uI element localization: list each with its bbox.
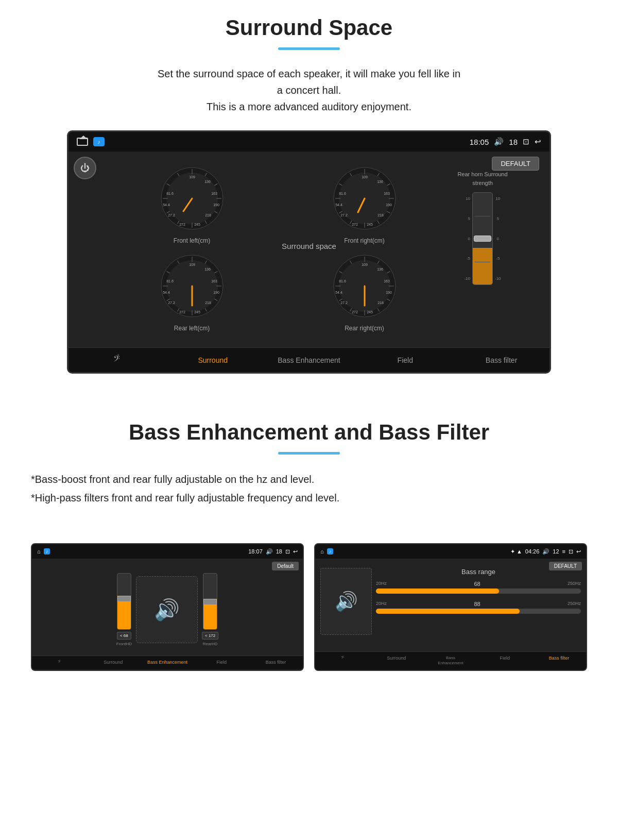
small-status-bar-1: ⌂ ♪ 18:07 🔊 18 ⊡ ↩	[32, 544, 303, 559]
svg-text:27.2: 27.2	[340, 301, 348, 305]
small-tab-eq-2[interactable]: 𝄣	[315, 652, 369, 670]
section2-title: Bass Enhancement and Bass Filter	[31, 420, 587, 445]
svg-text:136: 136	[377, 267, 383, 271]
small-app-main-1: Default < 68 FrontHD 🔊	[32, 559, 303, 656]
svg-text:245: 245	[367, 310, 373, 314]
small-tab-surround-2[interactable]: Surround	[369, 652, 423, 670]
section2: Bass Enhancement and Bass Filter *Bass-b…	[0, 394, 618, 543]
knob-front-left-label: Front left(cm)	[174, 237, 210, 244]
svg-text:190: 190	[213, 203, 219, 207]
rear-fader-value: < 172	[202, 632, 218, 640]
svg-text:109: 109	[189, 175, 195, 179]
svg-text:163: 163	[384, 279, 390, 283]
small-tab-bass-enh-2[interactable]: BassEnhancement	[423, 652, 477, 670]
small-status-bar-2: ⌂ ♪ ✦ ▲ 04:26 🔊 12 ≡ ⊡ ↩	[315, 544, 586, 559]
svg-text:54.4: 54.4	[163, 291, 170, 294]
section1-underline	[278, 47, 340, 50]
front-fader[interactable]	[117, 573, 131, 630]
volume-icon: 🔊	[494, 137, 504, 146]
signal-num: 18	[509, 138, 518, 146]
knob-rear-left[interactable]: 109 136 163 190 218 245 272 27.2 54.4 81…	[110, 253, 274, 332]
bass-slider-2[interactable]	[376, 609, 581, 614]
status-bar-1: ♪ 18:05 🔊 18 ⊡ ↩	[68, 132, 550, 152]
speaker-robot-1: 🔊	[136, 576, 198, 643]
rear-fader[interactable]	[203, 573, 217, 630]
svg-text:136: 136	[204, 267, 211, 271]
svg-text:54.4: 54.4	[335, 291, 342, 294]
small-default-btn-1[interactable]: Default	[272, 562, 299, 570]
svg-text:81.6: 81.6	[339, 279, 346, 283]
svg-text:245: 245	[194, 223, 200, 226]
svg-text:81.6: 81.6	[166, 192, 174, 195]
window-icon: ⊡	[523, 137, 529, 146]
svg-text:218: 218	[377, 213, 384, 217]
tab-field[interactable]: Field	[357, 350, 453, 371]
small-tab-field-1[interactable]: Field	[195, 656, 249, 669]
tab-eq[interactable]: 𝄣	[68, 348, 165, 372]
svg-text:190: 190	[386, 291, 392, 294]
svg-text:218: 218	[205, 213, 211, 217]
status-right: 18:05 🔊 18 ⊡ ↩	[470, 137, 541, 146]
small-nav-tabs-1: 𝄣 Surround Bass Enhancement Field Bass f…	[32, 656, 303, 669]
tab-surround[interactable]: Surround	[165, 350, 261, 371]
knob-front-right[interactable]: 109 136 163 190 218 245 272 27.2 54.4 81…	[282, 165, 447, 244]
knob-rear-right-label: Rear right(cm)	[345, 325, 384, 332]
front-fader-value: < 68	[117, 632, 131, 640]
svg-text:272: 272	[179, 223, 185, 226]
front-fader-label: FrontHD	[116, 642, 132, 646]
svg-text:109: 109	[189, 263, 195, 266]
rear-horn-label: Rear horn Surround strength	[457, 170, 508, 187]
svg-text:163: 163	[384, 192, 390, 195]
svg-text:136: 136	[204, 180, 211, 183]
small-default-btn-2[interactable]: DEFAULT	[549, 562, 582, 570]
music-icon: ♪	[93, 137, 105, 146]
svg-text:54.4: 54.4	[163, 203, 170, 207]
section2-underline	[278, 452, 340, 455]
knob-front-right-label: Front right(cm)	[344, 237, 385, 244]
home-icon	[77, 138, 88, 146]
section1-title: Surround Space	[41, 15, 577, 40]
svg-text:218: 218	[377, 301, 384, 305]
bass-slider-1[interactable]	[376, 589, 581, 594]
knob-rear-right[interactable]: 109 136 163 190 218 245 272 27.2 54.4 81…	[282, 253, 447, 332]
small-nav-tabs-2: 𝄣 Surround BassEnhancement Field Bass fi…	[315, 651, 586, 670]
tab-bass-enhancement[interactable]: Bass Enhancement	[261, 350, 357, 371]
svg-text:190: 190	[386, 203, 392, 207]
svg-text:27.2: 27.2	[340, 213, 348, 217]
svg-text:245: 245	[367, 223, 373, 226]
svg-text:272: 272	[179, 310, 185, 314]
small-tab-field-2[interactable]: Field	[478, 652, 532, 670]
svg-text:163: 163	[211, 192, 217, 195]
bass-range-controls: Bass range 20Hz 68 250Hz	[376, 568, 581, 635]
knob-front-left[interactable]: 109 136 163 190 218 245 272 27.2 54.4 81…	[110, 165, 274, 244]
small-tab-bass-enh-1[interactable]: Bass Enhancement	[140, 656, 194, 669]
svg-text:272: 272	[352, 310, 358, 314]
tab-bass-filter[interactable]: Bass filter	[453, 350, 550, 371]
svg-text:81.6: 81.6	[339, 192, 346, 195]
small-tab-bass-filter-1[interactable]: Bass filter	[249, 656, 303, 669]
small-tab-bass-filter-2[interactable]: Bass filter	[532, 652, 586, 670]
knob-rear-left-label: Rear left(cm)	[174, 325, 210, 332]
svg-text:27.2: 27.2	[168, 213, 175, 217]
small-app-main-2: DEFAULT 🔊 Bass range 20Hz 68 250Hz	[315, 559, 586, 651]
status-icons: ♪	[77, 137, 105, 146]
rear-fader-label: RearHD	[203, 642, 218, 646]
small-tab-surround-1[interactable]: Surround	[86, 656, 140, 669]
back-icon: ↩	[535, 137, 541, 146]
svg-text:109: 109	[362, 263, 368, 266]
svg-text:218: 218	[205, 301, 211, 305]
section2-desc: *Bass-boost front and rear fully adjusta…	[31, 470, 587, 507]
speaker-robot-2: 🔊	[320, 568, 372, 635]
section1-desc: Set the surround space of each speaker, …	[41, 65, 577, 115]
small-tab-eq-1[interactable]: 𝄣	[32, 656, 86, 669]
svg-text:81.6: 81.6	[166, 279, 174, 283]
svg-text:27.2: 27.2	[168, 301, 175, 305]
dual-screens: ⌂ ♪ 18:07 🔊 18 ⊡ ↩ Default	[0, 543, 618, 697]
svg-text:190: 190	[213, 291, 219, 294]
vertical-fader[interactable]	[472, 192, 493, 285]
svg-text:54.4: 54.4	[335, 203, 342, 207]
svg-text:136: 136	[377, 180, 383, 183]
app-main-1: ⏻ DEFAULT	[68, 152, 550, 347]
nav-tabs-1: 𝄣 Surround Bass Enhancement Field Bass f…	[68, 347, 550, 372]
svg-text:272: 272	[352, 223, 358, 226]
